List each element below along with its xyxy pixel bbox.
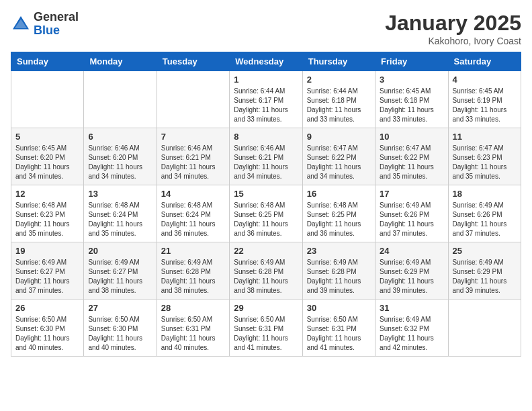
weekday-header-saturday: Saturday <box>448 52 521 71</box>
day-info: Sunrise: 6:49 AM Sunset: 6:29 PM Dayligh… <box>380 258 443 295</box>
weekday-header-sunday: Sunday <box>11 52 84 71</box>
day-number: 14 <box>161 189 225 199</box>
calendar-cell: 1Sunrise: 6:44 AM Sunset: 6:17 PM Daylig… <box>230 71 302 128</box>
day-number: 21 <box>161 246 225 256</box>
calendar-cell: 17Sunrise: 6:49 AM Sunset: 6:26 PM Dayli… <box>375 185 448 242</box>
calendar-cell: 19Sunrise: 6:49 AM Sunset: 6:27 PM Dayli… <box>11 242 84 300</box>
calendar-cell: 3Sunrise: 6:45 AM Sunset: 6:18 PM Daylig… <box>375 71 448 128</box>
calendar-cell <box>157 71 229 128</box>
day-info: Sunrise: 6:48 AM Sunset: 6:24 PM Dayligh… <box>161 201 225 238</box>
page-header: General Blue January 2025 Kakohoro, Ivor… <box>11 11 521 46</box>
calendar-week-row: 12Sunrise: 6:48 AM Sunset: 6:23 PM Dayli… <box>11 185 521 242</box>
day-number: 28 <box>161 303 225 313</box>
day-number: 18 <box>453 189 517 199</box>
day-info: Sunrise: 6:49 AM Sunset: 6:26 PM Dayligh… <box>453 201 517 238</box>
calendar-cell: 30Sunrise: 6:50 AM Sunset: 6:31 PM Dayli… <box>302 300 375 357</box>
day-number: 25 <box>453 246 517 256</box>
calendar-cell: 10Sunrise: 6:47 AM Sunset: 6:22 PM Dayli… <box>375 128 448 185</box>
calendar-cell: 29Sunrise: 6:50 AM Sunset: 6:31 PM Dayli… <box>230 300 302 357</box>
day-number: 26 <box>15 303 79 313</box>
day-number: 27 <box>88 303 152 313</box>
weekday-header-thursday: Thursday <box>302 52 375 71</box>
weekday-header-row: SundayMondayTuesdayWednesdayThursdayFrid… <box>11 52 521 71</box>
calendar-cell: 14Sunrise: 6:48 AM Sunset: 6:24 PM Dayli… <box>157 185 229 242</box>
day-number: 7 <box>161 132 225 142</box>
weekday-header-friday: Friday <box>375 52 448 71</box>
calendar-cell: 22Sunrise: 6:49 AM Sunset: 6:28 PM Dayli… <box>230 242 302 300</box>
month-title: January 2025 <box>385 11 521 36</box>
day-number: 24 <box>380 246 443 256</box>
day-number: 31 <box>380 303 443 313</box>
day-info: Sunrise: 6:47 AM Sunset: 6:22 PM Dayligh… <box>380 144 443 181</box>
logo: General Blue <box>11 11 79 38</box>
day-number: 9 <box>307 132 371 142</box>
day-info: Sunrise: 6:48 AM Sunset: 6:25 PM Dayligh… <box>234 201 298 238</box>
day-number: 2 <box>307 75 371 85</box>
calendar-cell <box>11 71 84 128</box>
day-number: 29 <box>234 303 298 313</box>
calendar-cell: 20Sunrise: 6:49 AM Sunset: 6:27 PM Dayli… <box>84 242 157 300</box>
day-number: 19 <box>15 246 79 256</box>
calendar-week-row: 26Sunrise: 6:50 AM Sunset: 6:30 PM Dayli… <box>11 300 521 357</box>
location-text: Kakohoro, Ivory Coast <box>385 36 521 46</box>
day-info: Sunrise: 6:50 AM Sunset: 6:31 PM Dayligh… <box>307 315 371 353</box>
day-number: 12 <box>15 189 79 199</box>
calendar-cell: 7Sunrise: 6:46 AM Sunset: 6:21 PM Daylig… <box>157 128 229 185</box>
day-info: Sunrise: 6:49 AM Sunset: 6:32 PM Dayligh… <box>380 315 443 353</box>
day-number: 16 <box>307 189 371 199</box>
day-number: 6 <box>88 132 152 142</box>
day-info: Sunrise: 6:50 AM Sunset: 6:31 PM Dayligh… <box>161 315 225 353</box>
day-info: Sunrise: 6:46 AM Sunset: 6:21 PM Dayligh… <box>161 144 225 181</box>
day-number: 4 <box>453 75 517 85</box>
title-block: January 2025 Kakohoro, Ivory Coast <box>385 11 521 46</box>
calendar-cell <box>84 71 157 128</box>
day-info: Sunrise: 6:50 AM Sunset: 6:31 PM Dayligh… <box>234 315 298 353</box>
day-info: Sunrise: 6:45 AM Sunset: 6:18 PM Dayligh… <box>380 87 443 124</box>
calendar-cell: 21Sunrise: 6:49 AM Sunset: 6:28 PM Dayli… <box>157 242 229 300</box>
calendar-cell: 12Sunrise: 6:48 AM Sunset: 6:23 PM Dayli… <box>11 185 84 242</box>
weekday-header-tuesday: Tuesday <box>157 52 229 71</box>
calendar-cell: 2Sunrise: 6:44 AM Sunset: 6:18 PM Daylig… <box>302 71 375 128</box>
calendar-cell: 6Sunrise: 6:46 AM Sunset: 6:20 PM Daylig… <box>84 128 157 185</box>
calendar-cell: 26Sunrise: 6:50 AM Sunset: 6:30 PM Dayli… <box>11 300 84 357</box>
calendar-header: SundayMondayTuesdayWednesdayThursdayFrid… <box>11 52 521 71</box>
day-info: Sunrise: 6:47 AM Sunset: 6:22 PM Dayligh… <box>307 144 371 181</box>
calendar-cell: 5Sunrise: 6:45 AM Sunset: 6:20 PM Daylig… <box>11 128 84 185</box>
day-info: Sunrise: 6:48 AM Sunset: 6:23 PM Dayligh… <box>15 201 79 238</box>
day-info: Sunrise: 6:49 AM Sunset: 6:28 PM Dayligh… <box>234 258 298 295</box>
day-info: Sunrise: 6:46 AM Sunset: 6:21 PM Dayligh… <box>234 144 298 181</box>
calendar-week-row: 1Sunrise: 6:44 AM Sunset: 6:17 PM Daylig… <box>11 71 521 128</box>
logo-blue-text: Blue <box>34 24 60 37</box>
day-info: Sunrise: 6:48 AM Sunset: 6:25 PM Dayligh… <box>307 201 371 238</box>
day-info: Sunrise: 6:47 AM Sunset: 6:23 PM Dayligh… <box>453 144 517 181</box>
calendar-cell <box>448 300 521 357</box>
calendar-cell: 8Sunrise: 6:46 AM Sunset: 6:21 PM Daylig… <box>230 128 302 185</box>
day-number: 1 <box>234 75 298 85</box>
calendar-cell: 24Sunrise: 6:49 AM Sunset: 6:29 PM Dayli… <box>375 242 448 300</box>
calendar-cell: 9Sunrise: 6:47 AM Sunset: 6:22 PM Daylig… <box>302 128 375 185</box>
day-info: Sunrise: 6:50 AM Sunset: 6:30 PM Dayligh… <box>15 315 79 353</box>
day-number: 13 <box>88 189 152 199</box>
calendar-week-row: 19Sunrise: 6:49 AM Sunset: 6:27 PM Dayli… <box>11 242 521 300</box>
weekday-header-monday: Monday <box>84 52 157 71</box>
day-info: Sunrise: 6:50 AM Sunset: 6:30 PM Dayligh… <box>88 315 152 353</box>
day-number: 20 <box>88 246 152 256</box>
day-info: Sunrise: 6:49 AM Sunset: 6:27 PM Dayligh… <box>88 258 152 295</box>
day-info: Sunrise: 6:46 AM Sunset: 6:20 PM Dayligh… <box>88 144 152 181</box>
day-number: 10 <box>380 132 443 142</box>
day-number: 11 <box>453 132 517 142</box>
calendar-cell: 28Sunrise: 6:50 AM Sunset: 6:31 PM Dayli… <box>157 300 229 357</box>
day-info: Sunrise: 6:49 AM Sunset: 6:29 PM Dayligh… <box>453 258 517 295</box>
calendar-cell: 11Sunrise: 6:47 AM Sunset: 6:23 PM Dayli… <box>448 128 521 185</box>
day-info: Sunrise: 6:44 AM Sunset: 6:17 PM Dayligh… <box>234 87 298 124</box>
day-number: 30 <box>307 303 371 313</box>
calendar-table: SundayMondayTuesdayWednesdayThursdayFrid… <box>11 52 521 357</box>
weekday-header-wednesday: Wednesday <box>230 52 302 71</box>
day-info: Sunrise: 6:48 AM Sunset: 6:24 PM Dayligh… <box>88 201 152 238</box>
day-info: Sunrise: 6:49 AM Sunset: 6:27 PM Dayligh… <box>15 258 79 295</box>
day-number: 15 <box>234 189 298 199</box>
day-info: Sunrise: 6:44 AM Sunset: 6:18 PM Dayligh… <box>307 87 371 124</box>
day-number: 17 <box>380 189 443 199</box>
day-number: 22 <box>234 246 298 256</box>
calendar-cell: 31Sunrise: 6:49 AM Sunset: 6:32 PM Dayli… <box>375 300 448 357</box>
